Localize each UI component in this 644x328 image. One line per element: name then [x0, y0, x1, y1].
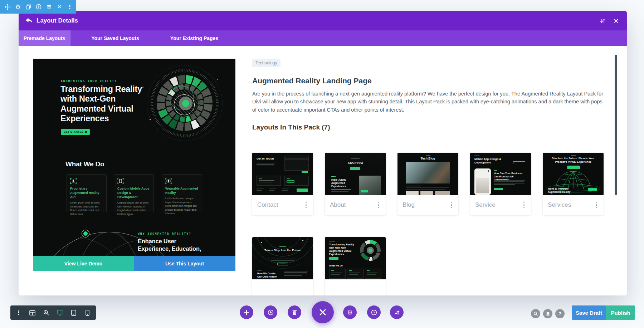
expand-icon[interactable]: ⋮ [67, 4, 73, 10]
layouts-in-pack-heading: Layouts In This Pack (7) [252, 123, 330, 131]
layers-button[interactable] [543, 309, 552, 318]
layout-preview: AUGMENTING YOUR REALITY Transforming Rea… [33, 59, 235, 271]
layout-icon[interactable] [29, 309, 36, 316]
phone-icon[interactable] [84, 309, 91, 316]
layout-card-label: Service [475, 201, 496, 209]
portability-button[interactable] [390, 305, 404, 319]
layout-card-landing[interactable]: Transforming Reality with Next-Gen Augme… [325, 237, 386, 295]
feature-card: Wearable Augmented Reality Luctus lectus… [162, 174, 202, 212]
save-to-library-icon[interactable] [35, 4, 42, 10]
save-to-library-button[interactable] [264, 305, 277, 319]
why-heading: Enhance User Experience, Education, [138, 238, 208, 253]
what-we-do-heading: What We Do [65, 160, 104, 168]
view-live-demo-button[interactable]: View Live Demo [33, 256, 134, 271]
layout-card-label: Services [548, 201, 571, 209]
settings-icon[interactable]: ⚙ [15, 4, 21, 10]
globe-node-dot [83, 231, 88, 236]
tab-your-saved-layouts[interactable]: Your Saved Layouts [70, 30, 160, 46]
modal-header: Layout Details ✕ [19, 11, 627, 30]
publish-button[interactable]: Publish [606, 305, 635, 320]
feature-card: Custom Mobile Apps Design & Development … [114, 174, 154, 212]
preview-eyebrow: AUGMENTING YOUR REALITY [61, 80, 117, 83]
section-toolbar: ⚙ ✕ ⋮ [0, 0, 76, 14]
help-button[interactable]: ? [555, 309, 565, 318]
layout-thumbnail: Take a Step Into the Future How We Creat… [252, 237, 313, 279]
layout-card-label: Blog [402, 201, 415, 209]
modal-tabs: Premade Layouts Your Saved Layouts Your … [19, 30, 627, 46]
delete-button[interactable] [288, 305, 301, 319]
why-eyebrow: WHY AUGMENTED REALITY? [138, 232, 191, 236]
layout-card-label: About [330, 201, 346, 209]
modal-scrollbar[interactable] [615, 55, 617, 195]
move-icon[interactable] [4, 4, 11, 10]
layout-thumbnail: Dive Into the Future. Elevate Your Produ… [543, 153, 604, 195]
layout-thumbnail: About Divi High Quality Augmented Experi… [325, 153, 386, 195]
layout-thumbnail: Mobile App Design & Development How Can … [470, 153, 531, 195]
card-menu-icon[interactable] [522, 201, 526, 210]
arrow-circle-icon [85, 131, 87, 133]
layout-card-contact[interactable]: Get in Touch Contact [252, 153, 313, 215]
preview-actions: View Live Demo Use This Layout [33, 256, 235, 271]
back-icon[interactable] [24, 15, 34, 26]
card-menu-icon[interactable] [595, 201, 599, 210]
layout-card-home[interactable]: Take a Step Into the Future How We Creat… [252, 237, 313, 295]
layout-card-services[interactable]: Dive Into the Future. Elevate Your Produ… [543, 153, 604, 215]
radial-dashboard-graphic [147, 65, 223, 141]
feature-card: Proprietary Augmented Reality API Lorem … [67, 174, 107, 212]
layout-thumbnail: Transforming Reality with Next-Gen Augme… [325, 237, 386, 279]
duplicate-icon[interactable] [25, 4, 31, 10]
tab-your-existing-pages[interactable]: Your Existing Pages [160, 30, 228, 46]
preview-heading: Transforming Reality with Next-Gen Augme… [60, 84, 154, 123]
get-started-button: GET STARTED [61, 129, 90, 135]
close-modal-icon[interactable]: ✕ [612, 16, 620, 25]
category-badge: Technology [252, 59, 280, 67]
card-menu-icon[interactable] [449, 201, 454, 210]
history-button[interactable] [367, 305, 381, 319]
close-builder-menu-button[interactable] [312, 301, 334, 323]
expand-icon[interactable]: ⋮ [15, 309, 22, 316]
search-button[interactable] [531, 309, 540, 318]
layout-thumbnail: Tech Blog [397, 153, 458, 195]
use-this-layout-button[interactable]: Use This Layout [134, 256, 235, 271]
add-button[interactable] [240, 305, 253, 319]
portability-icon[interactable] [598, 16, 607, 25]
eye-scan-icon [165, 178, 199, 184]
delete-icon[interactable] [46, 4, 52, 10]
phone-scan-icon [117, 178, 150, 184]
layout-card-about[interactable]: About Divi High Quality Augmented Experi… [325, 153, 386, 215]
person-scan-icon [70, 178, 103, 184]
layout-details-modal: Layout Details ✕ Premade Layouts Your Sa… [19, 11, 627, 295]
close-icon[interactable]: ✕ [56, 4, 63, 10]
tablet-icon[interactable] [70, 309, 77, 316]
tab-premade-layouts[interactable]: Premade Layouts [19, 30, 70, 46]
layout-card-label: Contact [257, 201, 278, 209]
settings-button[interactable]: ⚙ [343, 305, 357, 319]
save-draft-button[interactable]: Save Draft [572, 305, 606, 320]
card-menu-icon[interactable] [304, 201, 308, 210]
card-menu-icon[interactable] [377, 201, 381, 210]
modal-title: Layout Details [36, 17, 78, 24]
layout-thumbnail: Get in Touch [252, 153, 313, 195]
layout-pack-description: Are you in the process of launching a ne… [252, 90, 606, 114]
layout-pack-title: Augmented Reality Landing Page [252, 77, 372, 85]
desktop-icon[interactable] [57, 309, 64, 316]
zoom-icon[interactable] [43, 309, 50, 316]
builder-view-toolbar: ⋮ [10, 305, 96, 320]
layout-card-service[interactable]: Mobile App Design & Development How Can … [470, 153, 531, 215]
layout-card-blog[interactable]: Tech Blog Blog [397, 153, 458, 215]
